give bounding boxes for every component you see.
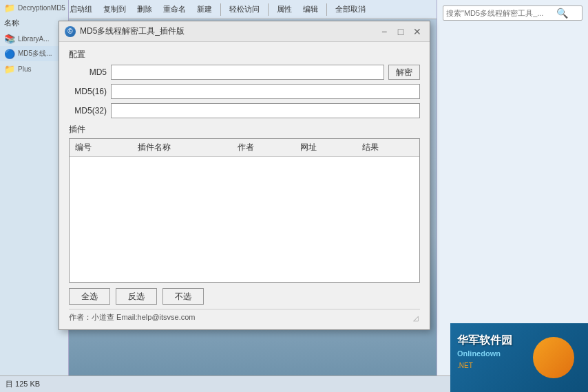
maximize-button[interactable]: □ (394, 25, 408, 39)
md5-input[interactable] (111, 65, 384, 80)
dialog-footer: 作者：小道查 Email:help@itsvse.com ◿ (69, 309, 420, 323)
toolbar-properties[interactable]: 属性 (273, 3, 296, 16)
deselect-button[interactable]: 不选 (162, 288, 204, 305)
status-text: 目 125 KB (6, 379, 40, 389)
search-icon[interactable]: 🔍 (556, 8, 568, 19)
dialog-icon: © (65, 26, 76, 37)
plugin-table-header-row: 编号 插件名称 作者 网址 结果 (70, 139, 419, 157)
toolbar-startup[interactable]: 启动组 (65, 3, 96, 16)
toolbar-separator-4 (326, 3, 327, 16)
toolbar-copy-to[interactable]: 复制到 (99, 3, 130, 16)
plus-folder-icon: 📁 (4, 63, 15, 74)
md5-16-label: MD5(16) (69, 87, 107, 96)
logo-cn-text: 华军软件园 (457, 334, 512, 348)
sidebar-md5-label: MD5多线... (18, 49, 52, 58)
close-button[interactable]: ✕ (410, 25, 424, 39)
toolbar-separator-2 (220, 3, 221, 16)
md5-16-field-row: MD5(16) (69, 84, 420, 99)
action-buttons: 全选 反选 不选 (69, 288, 420, 305)
md5-32-field-row: MD5(32) (69, 103, 420, 118)
col-result: 结果 (357, 139, 419, 157)
md5-icon: 🔵 (4, 48, 15, 59)
logo-net-text: .NET (457, 362, 473, 369)
dialog-title-bar: © MD5多线程解密工具_插件版 − □ ✕ (59, 21, 430, 42)
col-url: 网址 (295, 139, 357, 157)
invert-select-button[interactable]: 反选 (116, 288, 157, 305)
minimize-button[interactable]: − (377, 25, 391, 39)
sidebar-plus-label: Plus (18, 65, 31, 73)
toolbar-select-none[interactable]: 全部取消 (331, 3, 370, 16)
col-name: 插件名称 (132, 139, 232, 157)
md5-field-row: MD5 解密 (69, 65, 420, 80)
library-icon: 📚 (4, 33, 15, 44)
toolbar-edit[interactable]: 编辑 (299, 3, 322, 16)
title-controls: − □ ✕ (377, 25, 424, 39)
resize-handle[interactable]: ◿ (413, 314, 420, 321)
title-bar-left: © MD5多线程解密工具_插件版 (65, 25, 185, 37)
search-box[interactable]: 🔍 (443, 6, 582, 21)
logo-area: 华军软件园 Onlinedown .NET (450, 323, 588, 392)
md5-32-label: MD5(32) (69, 106, 107, 116)
toolbar-rename[interactable]: 重命名 (159, 3, 190, 16)
dialog-body: 配置 MD5 解密 MD5(16) MD5(32) 插件 编号 插件名 (59, 42, 430, 329)
col-author: 作者 (232, 139, 295, 157)
toolbar-separator-3 (268, 3, 269, 16)
decrypt-button[interactable]: 解密 (388, 65, 420, 80)
toolbar-delete[interactable]: 删除 (133, 3, 156, 16)
select-all-button[interactable]: 全选 (69, 288, 110, 305)
md5-label: MD5 (69, 67, 107, 77)
plugin-table-container[interactable]: 编号 插件名称 作者 网址 结果 (69, 138, 420, 283)
sidebar-item-label: DecryptionMD5 (18, 4, 65, 12)
md5-16-input[interactable] (111, 84, 420, 99)
col-number: 编号 (70, 139, 132, 157)
search-input[interactable] (446, 9, 556, 17)
config-section-label: 配置 (69, 49, 420, 61)
dialog-window: © MD5多线程解密工具_插件版 − □ ✕ 配置 MD5 解密 MD5(16)… (59, 21, 430, 330)
plugin-table: 编号 插件名称 作者 网址 结果 (70, 139, 419, 157)
sidebar-item-decryptionmd5[interactable]: 📁 DecryptionMD5 (0, 0, 68, 15)
md5-32-input[interactable] (111, 103, 420, 118)
toolbar-easy-access[interactable]: 轻松访问 (225, 3, 264, 16)
logo-en-text: Onlinedown (457, 349, 501, 358)
folder-icon: 📁 (4, 2, 15, 13)
toolbar-new[interactable]: 新建 (193, 3, 216, 16)
footer-text: 作者：小道查 Email:help@itsvse.com (69, 312, 196, 323)
dialog-title: MD5多线程解密工具_插件版 (80, 25, 185, 37)
plugin-section-label: 插件 (69, 124, 420, 135)
sidebar-librarya-label: LibraryA... (18, 35, 50, 43)
logo-circle (533, 337, 574, 378)
